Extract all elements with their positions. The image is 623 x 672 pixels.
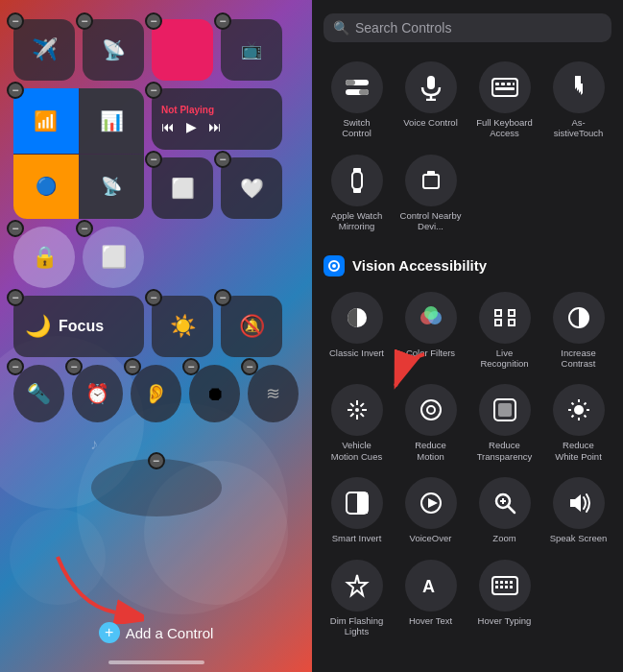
vehicle-motion-label: VehicleMotion Cues [331,440,382,462]
search-icon: 🔍 [333,20,349,36]
full-keyboard-item[interactable]: Full Keyboard Access [469,56,539,145]
control-nearby-item[interactable]: Control Nearby Devi... [395,149,466,238]
focus-label: Focus [59,318,104,335]
airplane-widget[interactable]: − ✈️ [13,19,75,81]
smart-invert-icon [331,477,383,529]
now-playing-widget[interactable]: − Not Playing ⏮▶⏭ [152,88,282,150]
live-recognition-item[interactable]: LiveRecognition [469,286,539,375]
svg-rect-16 [353,188,361,193]
live-recognition-icon [479,292,531,344]
color-filters-item[interactable]: Color Filters [395,286,466,375]
brightness-widget[interactable]: − ☀️ [152,296,213,357]
svg-text:A: A [422,577,435,596]
voiceover-item[interactable]: VoiceOver [395,471,466,549]
reduce-transparency-item[interactable]: ReduceTransparency [469,378,539,468]
reduce-transparency-icon [479,384,531,436]
svg-rect-64 [495,581,498,584]
search-placeholder: Search Controls [355,20,451,36]
color-filters-icon [405,292,457,344]
volume-widget[interactable]: − [91,459,222,516]
zoom-icon [479,477,531,529]
reduce-white-point-item[interactable]: ReduceWhite Point [543,378,613,468]
vehicle-motion-item[interactable]: VehicleMotion Cues [322,378,392,468]
cellular-cell[interactable]: 📊 [80,88,145,154]
speak-screen-item[interactable]: Speak Screen [543,471,613,549]
svg-rect-4 [359,89,369,95]
classic-invert-label: Classic Invert [329,348,384,358]
wave-widget[interactable]: − ≋ [248,365,299,422]
full-keyboard-label: Full Keyboard Access [472,117,538,139]
svg-point-20 [332,264,336,268]
moon-icon: 🌙 [25,314,51,339]
orientation-lock-widget[interactable]: − 🔒 [13,227,75,288]
airdrop-widget[interactable]: − 📡 [83,19,144,81]
reduce-white-point-icon [553,384,605,436]
svg-point-24 [424,306,438,320]
svg-marker-61 [347,575,367,595]
svg-point-30 [355,408,359,412]
flashlight-widget[interactable]: − 🔦 [13,365,64,422]
svg-rect-12 [513,83,515,85]
pink-widget[interactable]: − [152,19,213,81]
svg-rect-67 [510,581,513,584]
now-playing-title: Not Playing [161,105,214,115]
speak-screen-label: Speak Screen [550,533,608,543]
top-controls-grid: SwitchControl Voice Control [312,52,623,248]
red-arrow-left [29,547,144,624]
svg-rect-25 [495,310,501,316]
bluetooth-cell[interactable]: 🔵 [13,155,79,220]
svg-rect-11 [507,83,511,85]
svg-marker-60 [570,494,581,512]
connectivity-grid[interactable]: − 📶 📊 🔵 📡 [13,88,144,219]
dim-flashing-item[interactable]: Dim FlashingLights [322,554,392,643]
add-icon: + [99,622,120,643]
vision-controls-grid: Classic Invert Color Filters [312,282,623,653]
record-widget[interactable]: − ⏺ [189,365,240,422]
svg-line-50 [584,416,586,418]
zoom-item[interactable]: Zoom [469,471,539,549]
add-control-button[interactable]: + Add a Control [99,622,214,643]
left-panel: − ✈️ − 📡 − − 📺 − 📶 [0,0,312,672]
heart-widget[interactable]: − 🤍 [221,157,282,219]
minus-badge: − [214,289,231,306]
assistive-touch-item[interactable]: As-sistiveTouch [543,56,613,145]
reduce-motion-label: ReduceMotion [415,440,446,462]
airdrop-cell[interactable]: 📡 [80,155,145,220]
wifi-cell[interactable]: 📶 [13,88,79,154]
search-bar[interactable]: 🔍 Search Controls [323,13,611,42]
hover-text-item[interactable]: A Hover Text [395,554,466,643]
reduce-transparency-label: ReduceTransparency [477,440,533,462]
hover-typing-item[interactable]: Hover Typing [469,554,539,643]
silent-widget[interactable]: − 🔕 [221,296,282,357]
screen-mirror-widget[interactable]: − ⬜ [152,157,213,219]
smart-invert-item[interactable]: Smart Invert [322,471,392,549]
reduce-motion-item[interactable]: ReduceMotion [395,378,466,468]
voice-control-item[interactable]: Voice Control [395,56,466,145]
speak-screen-icon [553,477,605,529]
timer-widget[interactable]: − ⏰ [72,365,123,422]
minus-badge: − [145,12,162,30]
hover-typing-icon [479,560,531,612]
add-control-section[interactable]: + Add a Control [0,622,312,643]
svg-rect-13 [495,87,515,90]
minus-badge: − [214,12,231,30]
search-bar-container: 🔍 Search Controls [312,0,623,52]
minus-badge: − [7,220,24,237]
classic-invert-icon [331,292,383,344]
classic-invert-item[interactable]: Classic Invert [322,286,392,375]
svg-marker-55 [428,498,438,508]
reduce-white-point-label: ReduceWhite Point [555,440,602,462]
minus-badge: − [241,358,258,375]
increase-contrast-item[interactable]: IncreaseContrast [543,286,613,375]
minus-badge: − [145,151,162,168]
smart-invert-label: Smart Invert [332,533,382,543]
mirror-widget[interactable]: − ⬜ [83,227,144,288]
svg-point-44 [574,405,584,415]
apple-watch-item[interactable]: Apple Watch Mirroring [322,149,392,238]
minus-badge: − [145,289,162,306]
airplay-widget[interactable]: − 📺 [221,19,282,81]
switch-control-item[interactable]: SwitchControl [322,56,392,145]
hearing-widget[interactable]: − 👂 [131,365,181,422]
minus-badge: − [145,82,162,99]
focus-widget[interactable]: − 🌙 Focus [13,296,144,357]
